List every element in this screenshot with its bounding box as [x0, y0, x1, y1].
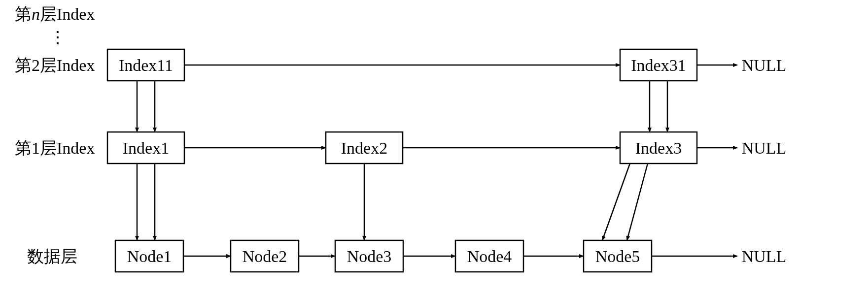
- null-data: NULL: [742, 247, 787, 265]
- label-layer-1: 第1层Index: [15, 139, 95, 157]
- box-node1: Node1: [115, 240, 183, 272]
- box-node3: Node3: [335, 240, 403, 272]
- text-index3: Index3: [635, 139, 682, 157]
- null-layer1: NULL: [742, 139, 787, 157]
- label-ellipsis: ⋮: [49, 28, 66, 46]
- box-index11: Index11: [107, 49, 184, 81]
- text-node2: Node2: [243, 247, 287, 265]
- box-node2: Node2: [231, 240, 299, 272]
- label-layer-2: 第2层Index: [15, 56, 95, 74]
- text-index31: Index31: [631, 56, 686, 74]
- text-node5: Node5: [595, 247, 640, 265]
- text-node1: Node1: [127, 247, 172, 265]
- arrow-index3-node5-b: [627, 164, 648, 240]
- text-index2: Index2: [341, 139, 387, 157]
- label-data-layer: 数据层: [27, 247, 77, 265]
- box-node4: Node4: [455, 240, 523, 272]
- box-index3: Index3: [620, 132, 697, 164]
- box-index2: Index2: [326, 132, 403, 164]
- label-layer-n: 第n层Index: [15, 5, 95, 23]
- box-index31: Index31: [620, 49, 697, 81]
- null-layer2: NULL: [742, 56, 787, 74]
- text-index11: Index11: [119, 56, 173, 74]
- text-node4: Node4: [467, 247, 512, 265]
- box-node5: Node5: [584, 240, 652, 272]
- arrow-index3-node5-a: [602, 164, 630, 240]
- text-node3: Node3: [347, 247, 392, 265]
- box-index1: Index1: [107, 132, 184, 164]
- text-index1: Index1: [123, 139, 169, 157]
